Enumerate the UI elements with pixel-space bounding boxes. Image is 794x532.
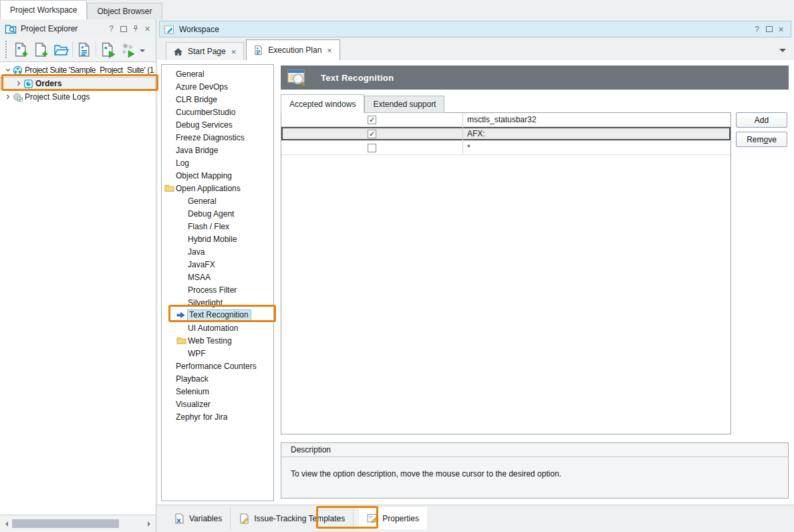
maximize-button[interactable] <box>118 23 129 35</box>
settings-item-msaa[interactable]: MSAA <box>162 271 273 283</box>
settings-item-cucumberstudio[interactable]: CucumberStudio <box>162 106 273 118</box>
settings-item-zephyr-for-jira[interactable]: Zephyr for Jira <box>162 410 273 423</box>
workspace-icon <box>164 24 174 35</box>
settings-item-performance-counters[interactable]: Performance Counters <box>162 360 273 372</box>
close-button[interactable]: × <box>775 23 787 35</box>
remove-button[interactable]: Remove <box>736 132 787 147</box>
settings-item-label: Flash / Flex <box>188 222 229 231</box>
options-tabs: Accepted windows Extended support <box>281 94 444 113</box>
toolbar-more-dropdown-icon[interactable] <box>140 49 145 55</box>
settings-item-process-filter[interactable]: Process Filter <box>162 283 273 296</box>
settings-category-list: GeneralAzure DevOpsCLR BridgeCucumberStu… <box>161 64 274 501</box>
toolbar-grip-handle[interactable] <box>5 41 8 58</box>
window-mask-value[interactable]: AFX: <box>463 127 731 140</box>
tab-properties[interactable]: Properties <box>359 507 427 529</box>
tree-item-orders[interactable]: Orders <box>0 77 156 90</box>
settings-item-playback[interactable]: Playback <box>162 372 273 385</box>
checkbox-checked[interactable]: ✓ <box>368 130 376 138</box>
tab-start-page[interactable]: Start Page × <box>166 42 244 60</box>
settings-item-ui-automation[interactable]: UI Automation <box>162 321 273 334</box>
settings-item-clr-bridge[interactable]: CLR Bridge <box>162 93 273 106</box>
settings-item-log[interactable]: Log <box>162 156 273 169</box>
tab-project-workspace[interactable]: Project Workspace <box>0 0 87 19</box>
settings-item-label: Debug Services <box>176 120 233 130</box>
settings-item-web-testing[interactable]: Web Testing <box>162 334 273 347</box>
tab-extended-support[interactable]: Extended support <box>364 96 444 113</box>
help-button[interactable]: ? <box>751 23 763 35</box>
tab-project-workspace-label: Project Workspace <box>10 5 77 15</box>
settings-item-java[interactable]: Java <box>162 245 273 258</box>
triangle-left-icon <box>3 521 8 527</box>
settings-item-general[interactable]: General <box>162 68 273 80</box>
tree-item-project-suite-logs[interactable]: Project Suite Logs <box>0 90 156 104</box>
scrollbar-thumb[interactable] <box>12 519 119 528</box>
bottom-tab-bar: Variables Issue-Tracking Templates Prope… <box>156 505 794 532</box>
accepted-window-row[interactable]: ✓msctls_statusbar32 <box>281 113 731 127</box>
description-text: To view the option description, move the… <box>281 457 788 479</box>
close-tab-icon[interactable]: × <box>326 45 333 55</box>
new-item-button[interactable] <box>31 39 51 59</box>
description-box: Description To view the option descripti… <box>281 442 789 499</box>
chevron-down-icon[interactable] <box>4 67 12 74</box>
close-tab-icon[interactable]: × <box>231 47 237 57</box>
settings-item-freeze-diagnostics[interactable]: Freeze Diagnostics <box>162 131 273 144</box>
tab-issue-tracking-templates[interactable]: Issue-Tracking Templates <box>231 507 354 529</box>
settings-item-silverlight[interactable]: Silverlight <box>162 296 273 309</box>
tab-object-browser[interactable]: Object Browser <box>87 3 162 19</box>
settings-item-hybrid-mobile[interactable]: Hybrid Mobile <box>162 233 273 245</box>
pin-button[interactable] <box>130 23 141 35</box>
chevron-right-icon[interactable] <box>15 80 23 87</box>
tab-accepted-windows[interactable]: Accepted windows <box>281 94 364 113</box>
settings-item-object-mapping[interactable]: Object Mapping <box>162 169 273 182</box>
checkbox-checked[interactable]: ✓ <box>368 116 376 124</box>
settings-item-visualizer[interactable]: Visualizer <box>162 398 273 410</box>
run-project-suite-button[interactable] <box>118 39 138 59</box>
tab-list-dropdown-icon[interactable] <box>779 49 786 55</box>
settings-item-label: Process Filter <box>188 285 237 295</box>
window-mask-value[interactable]: msctls_statusbar32 <box>463 113 731 126</box>
tab-properties-label: Properties <box>382 514 419 523</box>
window-mask-value[interactable]: * <box>463 141 731 154</box>
settings-item-label: Hybrid Mobile <box>188 235 237 244</box>
checkbox-unchecked[interactable] <box>368 144 376 152</box>
project-explorer-tree: Project Suite 'Sample_Project_Suite' (1 … <box>0 61 156 515</box>
chevron-right-icon[interactable] <box>4 94 12 100</box>
execution-plan-icon <box>253 45 263 55</box>
settings-item-open-applications[interactable]: Open Applications <box>162 182 273 194</box>
accepted-window-row[interactable]: ✓AFX: <box>281 127 731 141</box>
settings-item-debug-agent[interactable]: Debug Agent <box>162 207 273 220</box>
run-project-button[interactable] <box>98 39 118 59</box>
close-button[interactable]: × <box>142 23 153 35</box>
settings-item-wpf[interactable]: WPF <box>162 347 273 360</box>
tab-variables[interactable]: Variables <box>166 507 231 529</box>
workspace-header: Workspace ? × <box>159 21 791 37</box>
new-project-suite-button[interactable] <box>11 39 31 59</box>
tree-item-project-suite[interactable]: Project Suite 'Sample_Project_Suite' (1 … <box>0 63 156 77</box>
horizontal-scrollbar[interactable] <box>0 518 156 529</box>
settings-item-javafx[interactable]: JavaFX <box>162 258 273 271</box>
accepted-window-row[interactable]: * <box>281 141 731 155</box>
properties-icon <box>367 513 378 523</box>
settings-item-java-bridge[interactable]: Java Bridge <box>162 144 273 156</box>
open-file-button[interactable] <box>51 39 71 59</box>
new-project-suite-icon <box>13 41 29 58</box>
tab-variables-label: Variables <box>189 514 222 523</box>
settings-item-label: Open Applications <box>176 184 241 193</box>
settings-item-general[interactable]: General <box>162 194 273 207</box>
settings-item-flash-flex[interactable]: Flash / Flex <box>162 220 273 233</box>
settings-item-selenium[interactable]: Selenium <box>162 385 273 398</box>
document-tab-bar: Start Page × Execution Plan × <box>158 40 794 60</box>
add-button[interactable]: Add <box>736 112 787 128</box>
settings-item-debug-services[interactable]: Debug Services <box>162 118 273 131</box>
project-icon <box>23 79 34 89</box>
tab-execution-plan[interactable]: Execution Plan × <box>246 39 340 60</box>
project-explorer-header: Project Explorer ? × <box>0 20 156 37</box>
scroll-left-arrow[interactable] <box>0 518 11 529</box>
settings-item-azure-devops[interactable]: Azure DevOps <box>162 80 273 93</box>
help-button[interactable]: ? <box>106 23 117 35</box>
settings-item-label: Text Recognition <box>188 310 251 320</box>
maximize-button[interactable] <box>763 23 775 35</box>
organize-items-button[interactable] <box>74 39 94 59</box>
scroll-right-arrow[interactable] <box>145 518 156 529</box>
settings-item-text-recognition[interactable]: Text Recognition <box>162 309 273 321</box>
